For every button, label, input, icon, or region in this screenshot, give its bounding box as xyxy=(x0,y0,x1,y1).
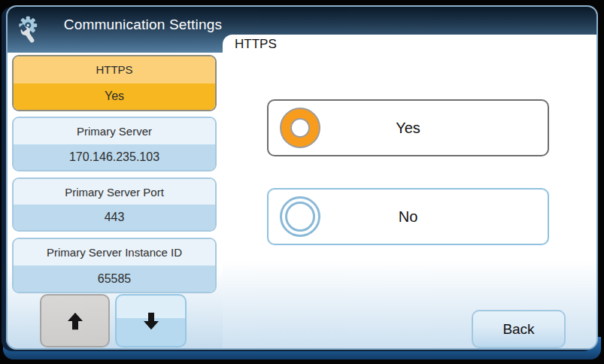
sidebar-item-value: 170.146.235.103 xyxy=(14,144,215,171)
sidebar-item-primary-server[interactable]: Primary Server 170.146.235.103 xyxy=(12,117,217,171)
sidebar-item-label: Primary Server xyxy=(14,118,215,144)
back-button[interactable]: Back xyxy=(472,310,566,348)
arrow-down-icon xyxy=(140,310,162,332)
device-frame: Communication Settings HTTPS Yes No HTTP… xyxy=(0,0,604,364)
sidebar-item-label: HTTPS xyxy=(14,56,215,83)
option-no[interactable]: No xyxy=(267,188,549,245)
arrow-up-icon xyxy=(64,310,87,332)
sidebar-item-https[interactable]: HTTPS Yes xyxy=(12,55,217,111)
scroll-down-button[interactable] xyxy=(115,294,187,347)
setting-name-label: HTTPS xyxy=(235,37,277,52)
sidebar-item-primary-server-port[interactable]: Primary Server Port 443 xyxy=(12,177,217,232)
page-title: Communication Settings xyxy=(45,17,241,33)
sidebar-item-value: 65585 xyxy=(14,265,215,292)
sidebar-item-value: Yes xyxy=(14,83,215,111)
settings-gear-wrench-icon xyxy=(14,14,47,48)
sidebar-item-label: Primary Server Port xyxy=(14,179,215,205)
scroll-up-button[interactable] xyxy=(40,294,110,347)
sidebar-item-label: Primary Server Instance ID xyxy=(14,239,215,265)
touchscreen: Communication Settings HTTPS Yes No HTTP… xyxy=(6,5,598,350)
setting-detail-panel: HTTPS Yes No xyxy=(223,35,596,348)
option-yes[interactable]: Yes xyxy=(267,99,549,156)
option-no-label: No xyxy=(269,190,548,244)
sidebar-item-value: 443 xyxy=(14,205,215,230)
option-yes-label: Yes xyxy=(269,101,548,155)
sidebar-item-primary-server-instance-id[interactable]: Primary Server Instance ID 65585 xyxy=(12,238,217,293)
